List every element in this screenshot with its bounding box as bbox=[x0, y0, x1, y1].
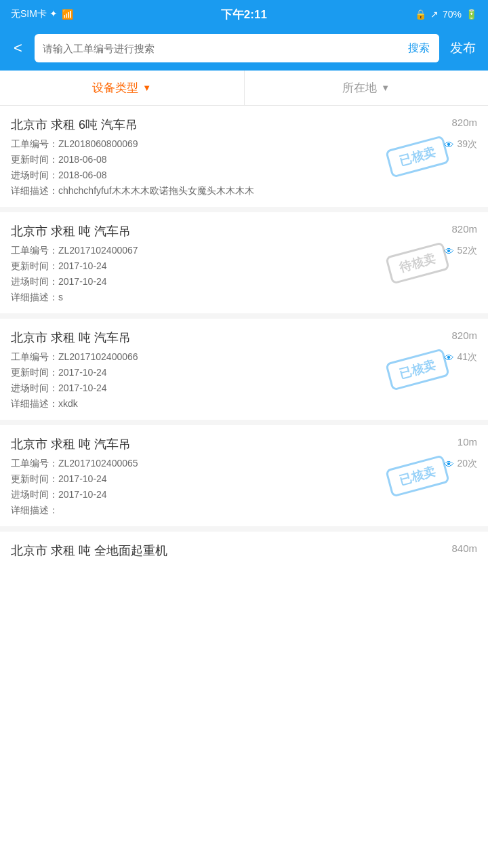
status-bar: 无SIM卡 ✦ 📶 下午2:11 🔒 ↗ 70% 🔋 bbox=[0, 0, 488, 28]
item-distance: 840m bbox=[451, 542, 477, 554]
views: 👁52次 bbox=[444, 245, 477, 257]
filter-type-arrow: ▼ bbox=[142, 83, 151, 93]
title-row: 北京市 求租 吨 汽车吊 820m bbox=[11, 223, 477, 239]
list-item[interactable]: 北京市 求租 6吨 汽车吊 820m 工单编号：ZL2018060800069 … bbox=[0, 106, 488, 207]
entry-time: 进场时间：2017-10-24 bbox=[11, 382, 107, 395]
item-distance: 820m bbox=[451, 223, 477, 235]
item-title: 北京市 求租 吨 汽车吊 bbox=[11, 330, 131, 346]
list-container: 北京市 求租 6吨 汽车吊 820m 工单编号：ZL2018060800069 … bbox=[0, 106, 488, 574]
order-row: 工单编号：ZL2017102400066 👁41次 bbox=[11, 351, 477, 363]
order-row: 工单编号：ZL2018060800069 👁39次 bbox=[11, 138, 477, 151]
item-distance: 820m bbox=[451, 117, 477, 128]
item-title: 北京市 求租 吨 汽车吊 bbox=[11, 436, 131, 452]
title-row: 北京市 求租 吨 全地面起重机 840m bbox=[11, 542, 477, 559]
eye-icon: 👁 bbox=[444, 245, 454, 257]
title-row: 北京市 求租 吨 汽车吊 10m bbox=[11, 436, 477, 452]
entry-time-row: 进场时间：2018-06-08 bbox=[11, 170, 477, 182]
list-item[interactable]: 北京市 求租 吨 汽车吊 820m 工单编号：ZL2017102400067 👁… bbox=[0, 212, 488, 313]
eye-icon: 👁 bbox=[444, 139, 454, 151]
update-time: 更新时间：2017-10-24 bbox=[11, 473, 107, 486]
title-row: 北京市 求租 吨 汽车吊 820m bbox=[11, 330, 477, 346]
status-right: 🔒 ↗ 70% 🔋 bbox=[415, 9, 477, 20]
order-row: 工单编号：ZL2017102400065 👁20次 bbox=[11, 458, 477, 470]
views: 👁39次 bbox=[444, 138, 477, 151]
order-no: 工单编号：ZL2017102400066 bbox=[11, 351, 138, 363]
battery-text: 70% bbox=[443, 9, 462, 20]
filter-bar: 设备类型 ▼ 所在地 ▼ bbox=[0, 71, 488, 106]
update-time: 更新时间：2017-10-24 bbox=[11, 260, 107, 273]
list-item[interactable]: 北京市 求租 吨 汽车吊 10m 工单编号：ZL2017102400065 👁2… bbox=[0, 425, 488, 526]
update-time: 更新时间：2017-10-24 bbox=[11, 367, 107, 379]
views: 👁41次 bbox=[444, 351, 477, 363]
entry-time-row: 进场时间：2017-10-24 bbox=[11, 489, 477, 501]
filter-location[interactable]: 所在地 ▼ bbox=[245, 71, 489, 105]
status-left: 无SIM卡 ✦ 📶 bbox=[11, 8, 73, 20]
search-bar: 搜索 bbox=[35, 34, 439, 62]
entry-time-row: 进场时间：2017-10-24 bbox=[11, 382, 477, 395]
filter-type[interactable]: 设备类型 ▼ bbox=[0, 71, 245, 105]
entry-time: 进场时间：2017-10-24 bbox=[11, 276, 107, 288]
description: 详细描述：xkdk bbox=[11, 398, 477, 410]
update-time-row: 更新时间：2017-10-24 bbox=[11, 473, 477, 486]
eye-icon: 👁 bbox=[444, 458, 454, 470]
filter-location-label: 所在地 bbox=[342, 80, 377, 96]
update-time-row: 更新时间：2017-10-24 bbox=[11, 367, 477, 379]
direction-icon: ↗ bbox=[430, 9, 439, 20]
update-time: 更新时间：2018-06-08 bbox=[11, 154, 107, 166]
publish-button[interactable]: 发布 bbox=[446, 37, 480, 60]
filter-location-arrow: ▼ bbox=[381, 83, 390, 93]
status-time: 下午2:11 bbox=[221, 7, 267, 22]
entry-time: 进场时间：2018-06-08 bbox=[11, 170, 107, 182]
item-distance: 10m bbox=[458, 436, 477, 448]
views: 👁20次 bbox=[444, 458, 477, 470]
order-no: 工单编号：ZL2018060800069 bbox=[11, 138, 138, 151]
title-row: 北京市 求租 6吨 汽车吊 820m bbox=[11, 117, 477, 133]
battery-icon: 🔋 bbox=[466, 9, 477, 20]
description: 详细描述： bbox=[11, 505, 477, 517]
item-title: 北京市 求租 吨 全地面起重机 bbox=[11, 542, 167, 559]
description: 详细描述：chhchchfyfuf木木木木欧诺拖头女魔头木木木木 bbox=[11, 185, 477, 197]
update-time-row: 更新时间：2017-10-24 bbox=[11, 260, 477, 273]
description: 详细描述：s bbox=[11, 292, 477, 304]
wifi-icon: 📶 bbox=[62, 9, 73, 20]
entry-time-row: 进场时间：2017-10-24 bbox=[11, 276, 477, 288]
back-button[interactable]: < bbox=[8, 37, 28, 60]
eye-icon: 👁 bbox=[444, 352, 454, 363]
order-no: 工单编号：ZL2017102400065 bbox=[11, 458, 138, 470]
header: < 搜索 发布 bbox=[0, 28, 488, 71]
entry-time: 进场时间：2017-10-24 bbox=[11, 489, 107, 501]
order-no: 工单编号：ZL2017102400067 bbox=[11, 245, 138, 257]
search-input[interactable] bbox=[35, 43, 399, 54]
item-title: 北京市 求租 6吨 汽车吊 bbox=[11, 117, 138, 133]
item-distance: 820m bbox=[451, 330, 477, 341]
item-title: 北京市 求租 吨 汽车吊 bbox=[11, 223, 131, 239]
list-item[interactable]: 北京市 求租 吨 汽车吊 820m 工单编号：ZL2017102400066 👁… bbox=[0, 319, 488, 420]
sim-text: 无SIM卡 ✦ bbox=[11, 8, 58, 20]
search-button[interactable]: 搜索 bbox=[399, 34, 439, 62]
lock-icon: 🔒 bbox=[415, 9, 426, 20]
order-row: 工单编号：ZL2017102400067 👁52次 bbox=[11, 245, 477, 257]
filter-type-label: 设备类型 bbox=[92, 80, 138, 96]
update-time-row: 更新时间：2018-06-08 bbox=[11, 154, 477, 166]
list-item[interactable]: 北京市 求租 吨 全地面起重机 840m bbox=[0, 532, 488, 574]
